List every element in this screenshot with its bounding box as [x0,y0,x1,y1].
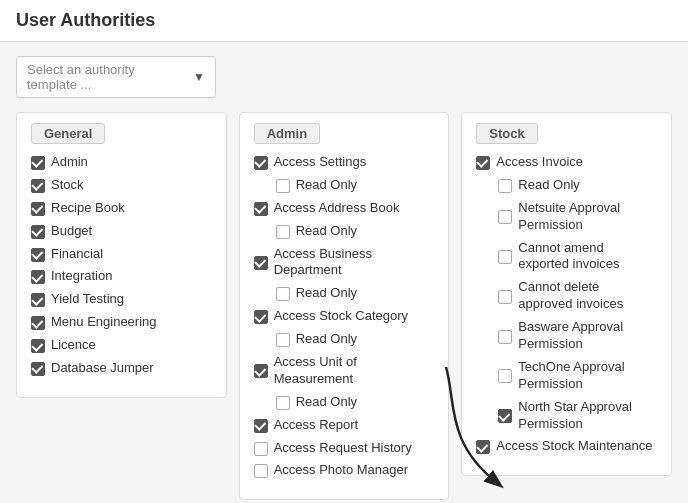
list-item: Netsuite Approval Permission [498,200,657,234]
column-general: GeneralAdminStockRecipe BookBudgetFinanc… [16,112,227,398]
item-label: Access Report [274,417,359,434]
list-item: Basware Approval Permission [498,319,657,353]
list-item: Yield Testing [31,291,212,308]
item-label: Yield Testing [51,291,124,308]
item-label: TechOne Approval Permission [518,359,657,393]
list-item: Read Only [276,285,435,302]
checkbox[interactable] [254,419,268,433]
item-label: Access Business Department [274,246,435,280]
checkbox[interactable] [498,330,512,344]
item-label: North Star Approval Permission [518,399,657,433]
checkbox[interactable] [276,179,290,193]
checkbox[interactable] [31,270,45,284]
item-label: Access Address Book [274,200,400,217]
item-label: Access Unit of Measurement [274,354,435,388]
list-item: Integration [31,268,212,285]
checkbox[interactable] [498,290,512,304]
checkbox[interactable] [31,156,45,170]
item-label: Access Invoice [496,154,583,171]
checkbox[interactable] [498,179,512,193]
column-header-general: General [31,123,105,144]
checkbox[interactable] [254,364,268,378]
list-item: Admin [31,154,212,171]
checkbox[interactable] [31,225,45,239]
item-label: Access Settings [274,154,367,171]
column-header-admin: Admin [254,123,320,144]
item-label: Budget [51,223,92,240]
list-item: Access Address Book [254,200,435,217]
checkbox[interactable] [254,256,268,270]
item-label: Financial [51,246,103,263]
item-label: Read Only [296,223,357,240]
checkbox[interactable] [31,339,45,353]
item-label: Stock [51,177,84,194]
item-label: Cannot delete approved invoices [518,279,657,313]
item-label: Integration [51,268,112,285]
columns-wrapper: GeneralAdminStockRecipe BookBudgetFinanc… [16,112,672,500]
checkbox[interactable] [254,156,268,170]
list-item: Access Unit of Measurement [254,354,435,388]
item-label: Licence [51,337,96,354]
item-label: Access Photo Manager [274,462,408,479]
checkbox[interactable] [476,440,490,454]
checkbox[interactable] [498,250,512,264]
list-item: Recipe Book [31,200,212,217]
list-item: Cannot amend exported invoices [498,240,657,274]
list-item: Access Request History [254,440,435,457]
item-label: Admin [51,154,88,171]
template-select-placeholder: Select an authority template ... [27,62,185,92]
checkbox[interactable] [254,442,268,456]
list-item: Menu Engineering [31,314,212,331]
list-item: Cannot delete approved invoices [498,279,657,313]
checkbox[interactable] [276,287,290,301]
list-item: Budget [31,223,212,240]
item-label: Access Stock Category [274,308,408,325]
column-admin: AdminAccess SettingsRead OnlyAccess Addr… [239,112,450,500]
checkbox[interactable] [498,210,512,224]
checkbox[interactable] [254,464,268,478]
list-item: Database Jumper [31,360,212,377]
list-item: Access Settings [254,154,435,171]
list-item: Access Invoice [476,154,657,171]
list-item: Stock [31,177,212,194]
checkbox[interactable] [31,293,45,307]
page-title: User Authorities [16,10,155,30]
checkbox[interactable] [254,202,268,216]
checkbox[interactable] [31,179,45,193]
list-item: Licence [31,337,212,354]
item-label: Read Only [296,177,357,194]
item-label: Database Jumper [51,360,154,377]
checkbox[interactable] [254,310,268,324]
checkbox[interactable] [498,369,512,383]
list-item: Access Business Department [254,246,435,280]
item-label: Access Request History [274,440,412,457]
list-item: Read Only [276,177,435,194]
list-item: Read Only [276,223,435,240]
checkbox[interactable] [276,333,290,347]
list-item: Read Only [498,177,657,194]
item-label: Cannot amend exported invoices [518,240,657,274]
authority-template-row: Select an authority template ... ▼ [16,56,672,98]
item-label: Read Only [296,285,357,302]
item-label: Access Stock Maintenance [496,438,652,455]
list-item: Access Stock Category [254,308,435,325]
checkbox[interactable] [31,202,45,216]
template-select-dropdown[interactable]: Select an authority template ... ▼ [16,56,216,98]
chevron-down-icon: ▼ [193,70,205,84]
checkbox[interactable] [476,156,490,170]
checkbox[interactable] [31,248,45,262]
list-item: Read Only [276,394,435,411]
list-item: Access Stock Maintenance [476,438,657,455]
checkbox[interactable] [31,362,45,376]
checkbox[interactable] [498,409,512,423]
checkbox[interactable] [276,225,290,239]
checkbox[interactable] [276,396,290,410]
checkbox[interactable] [31,316,45,330]
list-item: Access Photo Manager [254,462,435,479]
list-item: Access Report [254,417,435,434]
item-label: Read Only [296,394,357,411]
item-label: Read Only [518,177,579,194]
item-label: Menu Engineering [51,314,157,331]
item-label: Read Only [296,331,357,348]
page-header: User Authorities [0,0,688,42]
